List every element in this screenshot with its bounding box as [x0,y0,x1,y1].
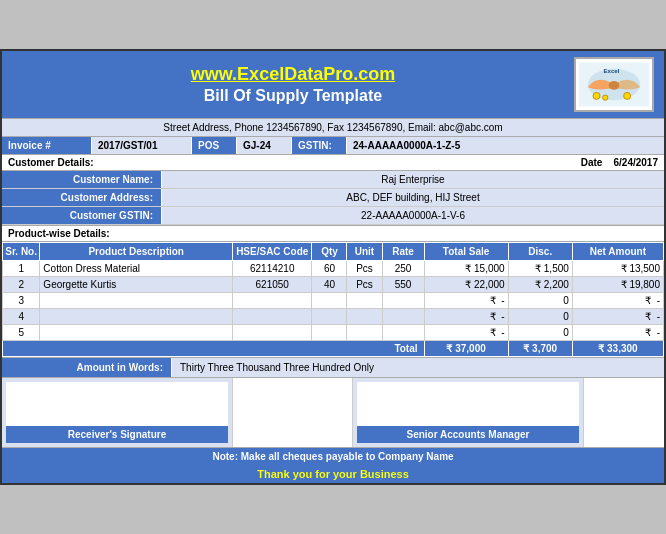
th-disc: Disc. [508,243,572,261]
note-bar: Note: Make all cheques payable to Compan… [2,448,664,465]
svg-point-3 [593,92,600,99]
sr-no: 5 [3,325,40,341]
sr-no: 4 [3,309,40,325]
prod-desc [40,325,233,341]
product-section-label: Product-wise Details: [2,225,664,242]
thankyou-bar: Thank you for your Business [2,465,664,483]
th-total-sale: Total Sale [424,243,508,261]
svg-point-2 [609,81,620,90]
cust-address-value: ABC, DEF building, HIJ Street [162,189,664,206]
sr-no: 2 [3,277,40,293]
pos-label: POS [198,140,219,151]
rate [382,325,424,341]
senior-sig-box: Senior Accounts Manager [353,378,584,447]
unit [347,309,382,325]
receiver-sig-box: Receiver's Signature [2,378,233,447]
th-hse-sac: HSE/SAC Code [233,243,312,261]
header-top: www.ExcelDataPro.com Bill Of Supply Temp… [2,51,664,118]
invoice-label: Invoice # [8,140,51,151]
total-sale: ₹ - [424,293,508,309]
invoice-container: www.ExcelDataPro.com Bill Of Supply Temp… [0,49,666,485]
disc: 0 [508,325,572,341]
gstin-value: 24-AAAAA0000A-1-Z-5 [353,140,460,151]
gstin-value-cell: 24-AAAAA0000A-1-Z-5 [347,137,664,154]
unit: Pcs [347,261,382,277]
svg-point-5 [624,92,631,99]
total-sale-value: ₹ 37,000 [424,341,508,357]
unit [347,293,382,309]
hse-sac: 62114210 [233,261,312,277]
logo-box: Excel [574,57,654,112]
middle-area [237,382,348,443]
gstin-label: GSTIN: [298,140,332,151]
prod-desc [40,293,233,309]
receiver-sig-area [6,382,228,426]
disc: 0 [508,309,572,325]
qty: 40 [312,277,347,293]
svg-point-4 [603,95,608,100]
qty [312,309,347,325]
disc: ₹ 2,200 [508,277,572,293]
th-unit: Unit [347,243,382,261]
product-table: Sr. No. Product Description HSE/SAC Code… [2,242,664,357]
pos-value: GJ-24 [243,140,271,151]
table-row: 1Cotton Dress Material6211421060Pcs250₹ … [3,261,664,277]
date-block: Date 6/24/2017 [581,157,658,168]
unit: Pcs [347,277,382,293]
prod-desc [40,309,233,325]
customer-name-row: Customer Name: Raj Enterprise [2,171,664,189]
net-amount: ₹ - [572,325,663,341]
invoice-info-row: Invoice # 2017/GST/01 POS GJ-24 GSTIN: 2… [2,137,664,155]
cust-address-label: Customer Address: [2,189,162,206]
amount-words-value: Thirty Three Thousand Three Hundred Only [172,358,664,377]
hse-sac [233,293,312,309]
total-net-value: ₹ 33,300 [572,341,663,357]
total-sale: ₹ - [424,309,508,325]
sr-no: 3 [3,293,40,309]
disc: 0 [508,293,572,309]
rate [382,309,424,325]
rate [382,293,424,309]
cust-gstin-value: 22-AAAAA0000A-1-V-6 [162,207,664,224]
total-sale: ₹ - [424,325,508,341]
amount-words-row: Amount in Words: Thirty Three Thousand T… [2,357,664,378]
qty [312,325,347,341]
net-amount: ₹ - [572,309,663,325]
bill-title: Bill Of Supply Template [12,87,574,105]
hse-sac [233,309,312,325]
amount-words-label: Amount in Words: [2,358,172,377]
cust-name-label: Customer Name: [2,171,162,188]
website-link: www.ExcelDataPro.com [12,64,574,85]
total-row: Total ₹ 37,000 ₹ 3,700 ₹ 33,300 [3,341,664,357]
invoice-number: 2017/GST/01 [98,140,157,151]
total-sale: ₹ 15,000 [424,261,508,277]
net-amount: ₹ 19,800 [572,277,663,293]
cust-gstin-label: Customer GSTIN: [2,207,162,224]
pos-value-cell: GJ-24 [237,137,292,154]
middle-sig-box [233,378,353,447]
qty [312,293,347,309]
gstin-label-cell: GSTIN: [292,137,347,154]
signature-section: Receiver's Signature Senior Accounts Man… [2,378,664,448]
table-row: 2Georgette Kurtis62105040Pcs550₹ 22,000₹… [3,277,664,293]
right-area [588,382,660,443]
receiver-sig-label: Receiver's Signature [6,426,228,443]
prod-desc: Georgette Kurtis [40,277,233,293]
th-net-amount: Net Amount [572,243,663,261]
sr-no: 1 [3,261,40,277]
customer-address-row: Customer Address: ABC, DEF building, HIJ… [2,189,664,207]
net-amount: ₹ - [572,293,663,309]
cust-name-value: Raj Enterprise [162,171,664,188]
right-sig-box [584,378,664,447]
senior-sig-label: Senior Accounts Manager [357,426,579,443]
customer-details-header: Customer Details: Date 6/24/2017 [2,155,664,171]
table-row: 3₹ -0₹ - [3,293,664,309]
total-sale: ₹ 22,000 [424,277,508,293]
th-description: Product Description [40,243,233,261]
prod-desc: Cotton Dress Material [40,261,233,277]
th-rate: Rate [382,243,424,261]
rate: 550 [382,277,424,293]
hse-sac: 621050 [233,277,312,293]
th-qty: Qty [312,243,347,261]
unit [347,325,382,341]
